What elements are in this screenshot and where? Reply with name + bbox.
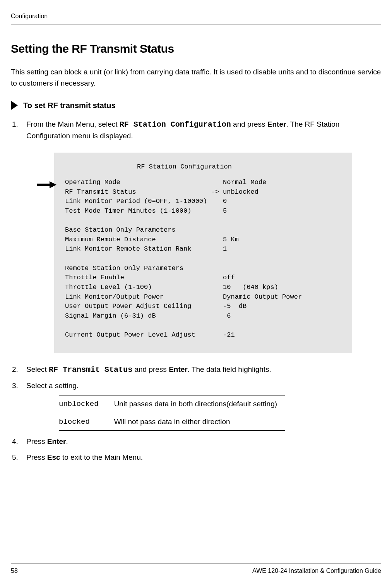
task-arrow-icon	[11, 101, 18, 110]
step-3-text: Select a setting.	[26, 382, 79, 390]
step-4-text-b: .	[66, 437, 68, 445]
settings-table: unblocked Unit passes data in both direc…	[59, 395, 285, 431]
step-2-text-c: . The data field highlights.	[188, 365, 271, 373]
footer-rule	[11, 564, 381, 564]
step-2: Select RF Transmit Status and press Ente…	[20, 364, 381, 376]
step-2-enter-key: Enter	[169, 365, 188, 373]
intro-paragraph: This setting can block a unit (or link) …	[11, 67, 381, 89]
step-1-text-b: and press	[231, 120, 267, 128]
step-2-field-code: RF Transmit Status	[49, 365, 132, 374]
pointer-arrow-icon	[37, 180, 56, 192]
step-2-text-b: and press	[132, 365, 169, 373]
svg-rect-1	[37, 184, 50, 186]
setting-key: blocked	[59, 413, 114, 431]
terminal-screen: RF Station Configuration Operating Mode …	[54, 153, 352, 353]
setting-key: unblocked	[59, 395, 114, 413]
step-1-enter-key: Enter	[267, 120, 286, 128]
screen-title: RF Station Configuration	[65, 162, 341, 172]
step-5-text-a: Press	[26, 453, 47, 461]
setting-desc: Unit passes data in both directions(defa…	[114, 395, 285, 413]
header-section: Configuration	[11, 12, 381, 21]
step-5-text-b: to exit to the Main Menu.	[60, 453, 143, 461]
page-number: 58	[11, 566, 18, 576]
table-row: unblocked Unit passes data in both direc…	[59, 395, 285, 413]
step-1: From the Main Menu, select RF Station Co…	[20, 119, 381, 353]
task-title: To set RF transmit status	[23, 100, 116, 111]
step-4-text-a: Press	[26, 437, 47, 445]
footer: 58 AWE 120-24 Installation & Configurati…	[11, 564, 381, 576]
svg-marker-2	[50, 181, 56, 188]
footer-doc-title: AWE 120-24 Installation & Configuration …	[252, 566, 381, 576]
header-rule	[11, 24, 381, 24]
svg-marker-0	[11, 101, 18, 110]
screen-body: Operating Mode Normal Mode RF Transmit S…	[65, 178, 341, 340]
setting-desc: Will not pass data in either direction	[114, 413, 285, 431]
step-4-enter-key: Enter	[47, 437, 66, 445]
steps-list: From the Main Menu, select RF Station Co…	[11, 119, 381, 463]
task-header: To set RF transmit status	[11, 100, 381, 111]
step-2-text-a: Select	[26, 365, 49, 373]
step-4: Press Enter.	[20, 436, 381, 447]
table-row: blocked Will not pass data in either dir…	[59, 413, 285, 431]
step-5: Press Esc to exit to the Main Menu.	[20, 452, 381, 463]
page-title: Setting the RF Transmit Status	[11, 40, 381, 57]
step-3: Select a setting. unblocked Unit passes …	[20, 380, 381, 431]
step-1-menu-code: RF Station Configuration	[120, 120, 231, 129]
step-1-text-a: From the Main Menu, select	[26, 120, 120, 128]
step-5-esc-key: Esc	[47, 453, 60, 461]
